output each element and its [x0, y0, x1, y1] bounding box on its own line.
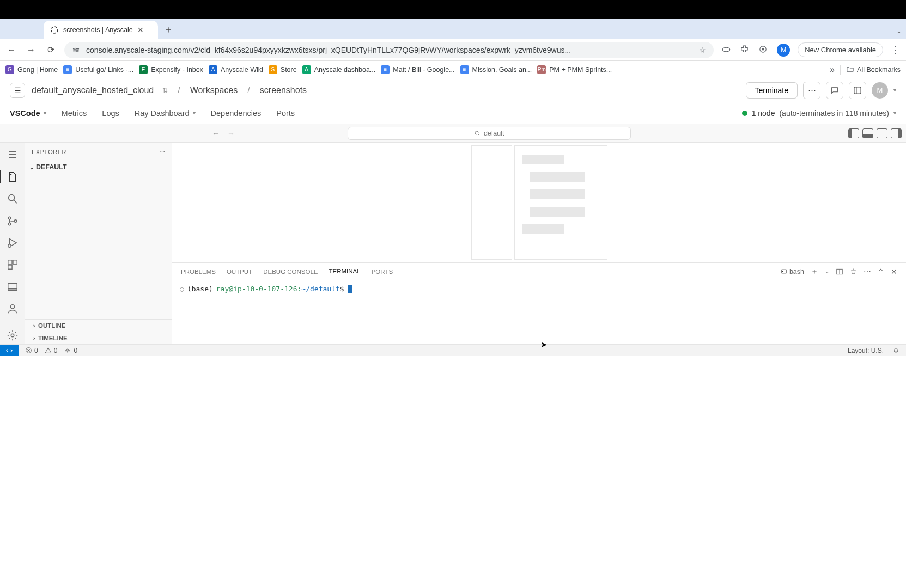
editor-area[interactable]: ➤: [172, 143, 906, 262]
activity-accounts-icon[interactable]: [0, 300, 25, 317]
bookmark-item[interactable]: AAnyscale Wiki: [209, 65, 263, 74]
bookmark-item[interactable]: ≡Matt / Bill - Google...: [381, 65, 454, 74]
panel-tab-output[interactable]: OUTPUT: [227, 265, 252, 278]
user-avatar[interactable]: M: [872, 82, 888, 99]
more-actions-button[interactable]: ⋯: [803, 82, 820, 99]
bookmark-item[interactable]: PmPM + PMM Sprints...: [537, 65, 612, 74]
extensions-icon[interactable]: [740, 45, 751, 56]
panel-tab-ports[interactable]: PORTS: [372, 265, 393, 278]
browser-tab-active[interactable]: screenshots | Anyscale ✕: [44, 21, 158, 39]
tab-close-icon[interactable]: ✕: [137, 26, 144, 34]
tab-vscode[interactable]: VSCode▾: [10, 102, 46, 124]
explorer-more-icon[interactable]: ⋯: [159, 149, 166, 156]
user-dropdown-icon[interactable]: ▾: [893, 87, 896, 93]
folder-root[interactable]: ⌄ DEFAULT: [28, 161, 168, 173]
status-warnings[interactable]: 0: [45, 347, 58, 354]
status-layout[interactable]: Layout: U.S.: [848, 347, 884, 354]
tab-ray-dashboard[interactable]: Ray Dashboard▾: [135, 102, 196, 124]
panel-more-icon[interactable]: ⋯: [864, 267, 871, 276]
terminate-button[interactable]: Terminate: [746, 82, 798, 99]
breadcrumb-workspaces[interactable]: Workspaces: [190, 85, 238, 95]
bookmark-favicon: ≡: [63, 65, 72, 74]
tab-dependencies[interactable]: Dependencies: [211, 102, 262, 124]
layout-panel-bottom-icon[interactable]: [862, 128, 873, 138]
activity-extensions-icon[interactable]: [0, 256, 25, 273]
command-center-search[interactable]: default: [348, 127, 631, 140]
help-chat-icon[interactable]: [826, 82, 843, 99]
forward-button[interactable]: →: [25, 45, 37, 55]
bookmark-favicon: ≡: [381, 65, 390, 74]
bookmark-label: Expensify - Inbox: [151, 66, 203, 74]
bookmark-label: PM + PMM Sprints...: [549, 66, 612, 74]
layout-customize-icon[interactable]: [891, 128, 902, 138]
reload-button[interactable]: ⟳: [45, 45, 57, 55]
bookmark-item[interactable]: ≡Useful go/ Links -...: [63, 65, 133, 74]
bookmark-item[interactable]: GGong | Home: [5, 65, 58, 74]
tab-metrics[interactable]: Metrics: [62, 102, 87, 124]
new-chrome-pill[interactable]: New Chrome available: [798, 42, 883, 57]
favicon-anyscale: [50, 26, 59, 34]
status-ports[interactable]: 0: [64, 347, 77, 354]
toolbar-icon-3[interactable]: [758, 45, 769, 56]
bookmark-star-icon[interactable]: ☆: [699, 46, 706, 54]
all-bookmarks-button[interactable]: All Bookmarks: [846, 65, 901, 74]
activity-settings-icon[interactable]: [0, 327, 25, 344]
activity-search-icon[interactable]: [0, 190, 25, 207]
ports-count: 0: [74, 347, 77, 354]
remote-indicator[interactable]: [0, 345, 19, 356]
chrome-menu-icon[interactable]: ⋮: [891, 44, 901, 56]
panel-tab-problems[interactable]: PROBLEMS: [181, 265, 216, 278]
nav-menu-button[interactable]: ☰: [10, 83, 25, 98]
status-bell-icon[interactable]: [892, 347, 899, 354]
panel-tab-debug-console[interactable]: DEBUG CONSOLE: [263, 265, 318, 278]
chevron-down-icon[interactable]: ▾: [44, 110, 46, 116]
panel-tab-terminal[interactable]: TERMINAL: [329, 265, 361, 278]
terminal-split-dropdown-icon[interactable]: ⌄: [825, 268, 829, 274]
status-dropdown-icon[interactable]: ▾: [893, 110, 896, 116]
tabs-dropdown-icon[interactable]: ⌄: [896, 27, 902, 35]
split-terminal-icon[interactable]: [836, 268, 843, 275]
layout-sidebar-left-icon[interactable]: [848, 128, 859, 138]
tab-label: Ray Dashboard: [135, 109, 190, 118]
breadcrumb-cloud[interactable]: default_anyscale_hosted_cloud: [32, 85, 154, 95]
outline-section[interactable]: ⌄ OUTLINE: [25, 319, 172, 332]
bookmark-item[interactable]: EExpensify - Inbox: [139, 65, 203, 74]
timeline-section[interactable]: ⌄ TIMELINE: [25, 332, 172, 344]
panel-close-icon[interactable]: ✕: [891, 267, 897, 276]
new-tab-button[interactable]: ＋: [163, 23, 173, 39]
nav-forward-icon[interactable]: →: [227, 129, 235, 138]
new-terminal-icon[interactable]: ＋: [811, 267, 818, 277]
chevron-down-icon[interactable]: ▾: [193, 110, 196, 116]
activity-explorer-icon[interactable]: [0, 168, 25, 185]
nav-back-icon[interactable]: ←: [212, 129, 220, 138]
panel-maximize-icon[interactable]: ⌃: [878, 267, 884, 276]
svg-point-14: [8, 217, 11, 219]
activity-remote-icon[interactable]: [0, 278, 25, 296]
switch-icon[interactable]: ⇅: [162, 87, 168, 94]
activity-menu-icon[interactable]: ☰: [0, 146, 25, 163]
activity-scm-icon[interactable]: [0, 212, 25, 229]
bookmark-label: Mission, Goals an...: [472, 66, 532, 74]
bookmark-item[interactable]: AAnyscale dashboa...: [302, 65, 376, 74]
bookmark-overflow-icon[interactable]: »: [830, 65, 835, 75]
svg-rect-8: [854, 87, 861, 94]
site-settings-icon[interactable]: [72, 46, 81, 54]
terminal-profile-bash[interactable]: bash: [781, 268, 804, 275]
panel-layout-icon[interactable]: [849, 82, 866, 99]
profile-avatar[interactable]: M: [777, 44, 790, 57]
bookmark-label: Anyscale Wiki: [221, 66, 263, 74]
address-bar[interactable]: console.anyscale-staging.com/v2/cld_kf64…: [64, 42, 714, 58]
error-icon: [25, 347, 32, 354]
bookmark-item[interactable]: SStore: [269, 65, 297, 74]
layout-sidebar-right-icon[interactable]: [877, 128, 887, 138]
toolbar-icon-1[interactable]: [721, 45, 732, 56]
back-button[interactable]: ←: [5, 45, 17, 55]
trash-icon[interactable]: [850, 268, 857, 275]
terminal-body[interactable]: ○ (base) ray@ip-10-0-107-126:~/default$: [172, 280, 906, 344]
status-errors[interactable]: 0: [25, 347, 38, 354]
bookmark-item[interactable]: ≡Mission, Goals an...: [460, 65, 532, 74]
tab-ports[interactable]: Ports: [276, 102, 295, 124]
svg-point-17: [8, 244, 11, 248]
tab-logs[interactable]: Logs: [102, 102, 119, 124]
activity-debug-icon[interactable]: [0, 234, 25, 252]
